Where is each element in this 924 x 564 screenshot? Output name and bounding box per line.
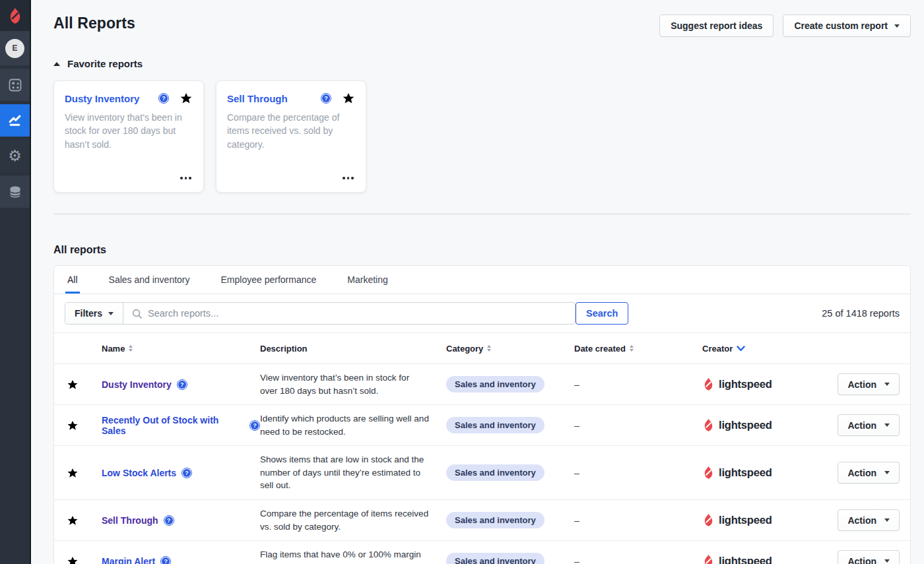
sidebar-item-settings[interactable]: ⚙	[0, 140, 30, 172]
star-filled-icon[interactable]	[342, 92, 355, 105]
category-badge: Sales and inventory	[446, 512, 544, 528]
report-name-link[interactable]: Sell Through	[227, 93, 288, 104]
tab-employee-performance[interactable]: Employee performance	[219, 266, 319, 294]
chevron-down-icon	[108, 312, 114, 315]
favorites-collapse-toggle[interactable]: Favorite reports	[53, 58, 911, 69]
row-action-button[interactable]: Action	[838, 373, 900, 395]
favorite-cards: Dusty Inventory ? View inventory that’s …	[53, 80, 911, 193]
favorite-card: Dusty Inventory ? View inventory that’s …	[53, 80, 204, 193]
lightspeed-flame-icon	[7, 7, 23, 24]
search-group: Filters	[65, 302, 576, 325]
table-row: Margin Alert ? Flag items that have 0% o…	[54, 540, 910, 564]
search-icon	[131, 308, 143, 319]
help-icon[interactable]: ?	[182, 468, 192, 478]
report-description: Compare the percentage of items received…	[227, 111, 355, 151]
star-filled-icon	[67, 379, 79, 391]
date-created-value: –	[574, 420, 702, 431]
card-menu-button[interactable]	[341, 174, 355, 182]
collapse-triangle-icon	[53, 62, 60, 66]
star-filled-icon	[67, 515, 79, 526]
tab-all[interactable]: All	[65, 266, 80, 294]
search-button[interactable]: Search	[576, 302, 628, 325]
sidebar-item-analytics[interactable]	[0, 104, 30, 137]
report-name-link[interactable]: Margin Alert	[102, 556, 155, 564]
help-icon[interactable]: ?	[164, 515, 174, 526]
sidebar-item-apps[interactable]	[0, 69, 30, 101]
sort-desc-icon	[737, 346, 745, 352]
help-icon[interactable]: ?	[158, 93, 169, 104]
create-custom-report-button[interactable]: Create custom report	[783, 15, 911, 37]
chevron-down-icon	[884, 383, 890, 386]
sort-icon	[487, 345, 491, 352]
page-title: All Reports	[53, 15, 135, 32]
database-icon	[8, 185, 22, 199]
star-filled-icon[interactable]	[180, 92, 193, 105]
row-action-button[interactable]: Action	[838, 414, 900, 436]
column-header-category[interactable]: Category	[446, 344, 574, 354]
category-badge: Sales and inventory	[446, 553, 544, 564]
report-name-link[interactable]: Dusty Inventory	[102, 379, 172, 390]
column-header-name[interactable]: Name	[91, 344, 260, 354]
favorite-toggle[interactable]	[67, 467, 79, 479]
table-header-row: Name Description Category Date created C…	[54, 333, 910, 363]
creator-brand-name: lightspeed	[719, 514, 772, 526]
report-name-link[interactable]: Sell Through	[102, 515, 158, 526]
help-icon[interactable]: ?	[249, 420, 260, 431]
report-name-link[interactable]: Low Stock Alerts	[102, 468, 176, 478]
help-icon[interactable]: ?	[177, 379, 187, 390]
report-name-link[interactable]: Recently Out of Stock with Sales	[102, 415, 244, 436]
category-badge: Sales and inventory	[446, 376, 544, 392]
sidebar-logo[interactable]	[0, 0, 30, 31]
date-created-value: –	[574, 515, 702, 526]
gear-icon: ⚙	[8, 148, 22, 164]
date-created-value: –	[574, 556, 702, 564]
creator-cell: lightspeed	[702, 377, 832, 391]
favorite-toggle[interactable]	[67, 379, 79, 391]
row-action-button[interactable]: Action	[838, 550, 900, 564]
category-badge: Sales and inventory	[446, 464, 544, 481]
favorite-toggle[interactable]	[67, 515, 79, 526]
category-badge: Sales and inventory	[446, 417, 544, 433]
favorite-toggle[interactable]	[67, 420, 79, 431]
report-description: View inventory that’s been in stock for …	[260, 371, 446, 397]
creator-cell: lightspeed	[702, 466, 832, 480]
card-menu-button[interactable]	[179, 174, 193, 182]
sidebar-item-data[interactable]	[0, 175, 30, 208]
lightspeed-flame-icon	[702, 554, 715, 564]
lightspeed-flame-icon	[702, 418, 715, 432]
favorite-toggle[interactable]	[67, 555, 79, 564]
help-icon[interactable]: ?	[160, 556, 171, 564]
tab-sales-and-inventory[interactable]: Sales and inventory	[107, 266, 192, 294]
filters-button[interactable]: Filters	[65, 303, 123, 324]
star-outline-icon	[67, 420, 79, 431]
row-action-button[interactable]: Action	[838, 462, 900, 484]
section-divider	[53, 214, 911, 214]
column-header-description: Description	[260, 344, 446, 354]
lightspeed-flame-icon	[702, 513, 715, 527]
table-body: Dusty Inventory ? View inventory that’s …	[54, 363, 910, 564]
search-input[interactable]	[148, 308, 567, 319]
column-header-creator[interactable]: Creator	[702, 344, 832, 354]
row-action-button[interactable]: Action	[838, 509, 900, 531]
tab-marketing[interactable]: Marketing	[345, 266, 389, 294]
favorite-card: Sell Through ? Compare the percentage of…	[216, 80, 366, 193]
creator-brand-name: lightspeed	[719, 419, 772, 431]
sidebar-account[interactable]: E	[0, 31, 30, 65]
suggest-report-ideas-button[interactable]: Suggest report ideas	[659, 15, 774, 37]
report-description: Identify which products are selling well…	[260, 412, 446, 438]
chevron-down-icon	[884, 518, 890, 522]
creator-cell: lightspeed	[702, 513, 832, 527]
results-count: 25 of 1418 reports	[822, 308, 900, 319]
chevron-down-icon	[884, 471, 890, 474]
report-description: Compare the percentage of items received…	[260, 507, 446, 533]
favorites-section-label: Favorite reports	[67, 58, 143, 69]
date-created-value: –	[574, 379, 702, 390]
date-created-value: –	[574, 468, 702, 478]
column-header-date-created[interactable]: Date created	[574, 344, 702, 354]
report-name-link[interactable]: Dusty Inventory	[65, 93, 139, 104]
table-row: Sell Through ? Compare the percentage of…	[54, 499, 910, 540]
creator-brand-name: lightspeed	[719, 555, 772, 564]
creator-cell: lightspeed	[702, 554, 832, 564]
help-icon[interactable]: ?	[321, 93, 331, 104]
all-reports-heading: All reports	[53, 244, 911, 256]
